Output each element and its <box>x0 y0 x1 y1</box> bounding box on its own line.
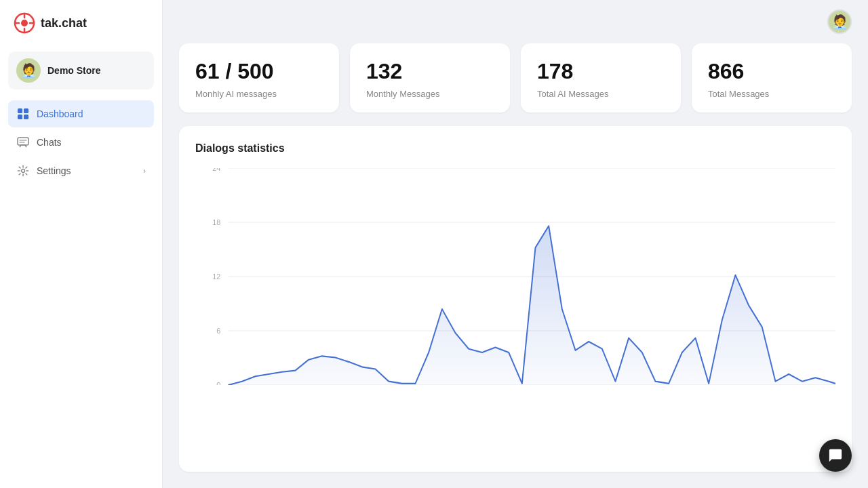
main-content: 🧑‍💼 61 / 500 Monhly AI messages 132 Mont… <box>163 0 868 488</box>
chats-icon <box>16 136 30 149</box>
svg-rect-9 <box>24 115 28 119</box>
stat-label: Monhly AI messages <box>195 89 323 99</box>
content-area: 61 / 500 Monhly AI messages 132 Monthly … <box>163 43 868 488</box>
stat-value: 132 <box>366 60 494 83</box>
chart-title: Dialogs statistics <box>195 142 835 155</box>
stat-label: Total Messages <box>708 89 835 99</box>
stat-value: 866 <box>708 60 835 83</box>
svg-rect-6 <box>18 108 22 113</box>
svg-rect-7 <box>24 108 28 113</box>
sidebar-item-settings[interactable]: Settings › <box>8 157 154 184</box>
logo-icon <box>14 12 35 34</box>
sidebar-item-label: Dashboard <box>37 108 83 119</box>
svg-text:0: 0 <box>216 381 220 385</box>
dialogs-chart: 24 18 12 6 0 May '24 08 May 16 May 24 Ma… <box>195 168 835 385</box>
stat-label: Monthly Messages <box>366 89 494 99</box>
chevron-right-icon: › <box>143 166 146 176</box>
chart-card: Dialogs statistics 24 18 12 6 0 Ma <box>179 126 852 472</box>
chat-fab-button[interactable] <box>819 439 852 472</box>
stat-value: 178 <box>537 60 665 83</box>
settings-icon <box>16 164 30 178</box>
sidebar: tak.chat 🧑‍💼 Demo Store Dashboard <box>0 0 163 488</box>
chat-bubble-icon <box>828 448 843 463</box>
stat-card-total-messages: 866 Total Messages <box>692 43 852 113</box>
logo: tak.chat <box>0 0 162 46</box>
svg-rect-10 <box>18 138 28 145</box>
sidebar-item-label: Chats <box>37 137 62 148</box>
sidebar-item-chats[interactable]: Chats <box>8 129 154 156</box>
svg-text:6: 6 <box>216 327 220 335</box>
dashboard-icon <box>16 107 30 121</box>
stat-card-total-ai: 178 Total AI Messages <box>521 43 681 113</box>
stat-card-monthly-messages: 132 Monthly Messages <box>350 43 510 113</box>
svg-rect-8 <box>18 115 22 119</box>
avatar: 🧑‍💼 <box>16 58 41 83</box>
sidebar-nav: Dashboard Chats Settings <box>0 100 162 184</box>
chart-container: 24 18 12 6 0 May '24 08 May 16 May 24 Ma… <box>195 168 835 385</box>
svg-text:24: 24 <box>212 168 220 172</box>
stat-value: 61 / 500 <box>195 60 323 83</box>
sidebar-item-label: Settings <box>37 165 71 176</box>
stat-label: Total AI Messages <box>537 89 665 99</box>
svg-text:18: 18 <box>212 218 220 226</box>
sidebar-user[interactable]: 🧑‍💼 Demo Store <box>8 52 154 89</box>
logo-text: tak.chat <box>41 16 87 30</box>
user-name: Demo Store <box>47 65 101 76</box>
topbar-avatar[interactable]: 🧑‍💼 <box>827 9 852 34</box>
svg-point-13 <box>22 169 25 173</box>
sidebar-item-dashboard[interactable]: Dashboard <box>8 100 154 127</box>
stat-cards: 61 / 500 Monhly AI messages 132 Monthly … <box>179 43 852 113</box>
svg-text:12: 12 <box>212 272 220 281</box>
topbar: 🧑‍💼 <box>163 0 868 43</box>
svg-point-1 <box>21 20 28 26</box>
stat-card-monthly-ai: 61 / 500 Monhly AI messages <box>179 43 339 113</box>
